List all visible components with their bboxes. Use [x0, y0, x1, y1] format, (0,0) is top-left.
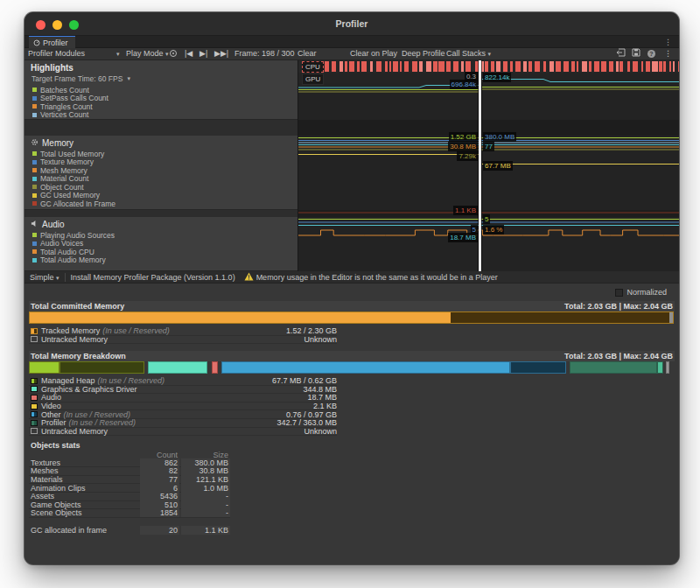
- cpu-frame-bar[interactable]: [385, 61, 388, 72]
- sidebar-item-object-count[interactable]: Object Count: [32, 183, 298, 192]
- module-highlights[interactable]: HighlightsTarget Frame Time: 60 FPS▾Batc…: [24, 60, 298, 120]
- cpu-frame-bar[interactable]: [556, 61, 561, 72]
- sidebar-item-mesh-memory[interactable]: Mesh Memory: [32, 166, 298, 175]
- frame-playhead[interactable]: [479, 60, 481, 271]
- cpu-frame-bar[interactable]: [663, 61, 666, 72]
- cpu-frame-bar[interactable]: [669, 61, 671, 72]
- cpu-frame-bar[interactable]: [577, 61, 578, 72]
- clear-on-play-toggle[interactable]: Clear on Play: [350, 48, 397, 60]
- cpu-frame-bar[interactable]: [571, 61, 575, 72]
- cpu-frame-bar[interactable]: [528, 61, 532, 72]
- chart-canvas[interactable]: CPU GPU 0.3822.14k696.84k1.52 GB380.0 MB…: [298, 60, 679, 271]
- install-memory-profiler-button[interactable]: Install Memory Profiler Package (Version…: [71, 273, 235, 282]
- cpu-frame-bar[interactable]: [370, 61, 373, 72]
- cpu-frame-bar[interactable]: [627, 61, 630, 72]
- cpu-frame-bar[interactable]: [325, 61, 329, 72]
- cpu-frame-bar[interactable]: [523, 61, 527, 72]
- view-mode-dropdown[interactable]: Simple ▾: [30, 273, 60, 282]
- cpu-frame-bar[interactable]: [433, 61, 437, 72]
- sidebar-item-playing-audio-sources[interactable]: Playing Audio Sources: [32, 231, 298, 240]
- sidebar-item-gc-used-memory[interactable]: GC Used Memory: [32, 192, 298, 200]
- cpu-frame-bar[interactable]: [659, 61, 662, 72]
- cpu-frame-bar[interactable]: [389, 61, 391, 72]
- cpu-frame-bar[interactable]: [510, 61, 513, 72]
- normalized-checkbox[interactable]: [615, 289, 623, 297]
- cpu-frame-bar[interactable]: [404, 61, 409, 72]
- cpu-frame-bar[interactable]: [652, 61, 658, 72]
- cpu-frame-bar[interactable]: [345, 61, 347, 72]
- cpu-frame-bar[interactable]: [641, 61, 643, 72]
- cpu-frame-bar[interactable]: [332, 61, 337, 72]
- gpu-chart-chip[interactable]: GPU: [302, 74, 324, 85]
- cpu-frame-bar[interactable]: [400, 61, 402, 72]
- cpu-frame-bar[interactable]: [481, 61, 483, 72]
- sidebar-item-total-audio-cpu[interactable]: Total Audio CPU: [32, 248, 298, 256]
- cpu-frame-bar[interactable]: [357, 61, 360, 72]
- sidebar-item-vertices-count[interactable]: Vertices Count: [32, 111, 298, 120]
- committed-memory-bar[interactable]: [29, 312, 674, 324]
- cpu-frame-bar[interactable]: [349, 61, 354, 72]
- current-frame-button[interactable]: ▶▶|: [214, 48, 228, 60]
- sidebar-item-texture-memory[interactable]: Texture Memory: [32, 158, 298, 167]
- cpu-frame-bar[interactable]: [438, 61, 444, 72]
- sidebar-item-audio-voices[interactable]: Audio Voices: [32, 240, 298, 248]
- cpu-frame-bar[interactable]: [616, 61, 619, 72]
- cpu-frame-bar[interactable]: [393, 61, 398, 72]
- load-profile-icon[interactable]: [615, 48, 626, 60]
- help-icon[interactable]: ?: [648, 48, 655, 60]
- profiler-modules-dropdown[interactable]: Profiler Modules: [28, 48, 85, 60]
- cpu-frame-bar[interactable]: [515, 61, 521, 72]
- sidebar-item-gc-allocated-in-frame[interactable]: GC Allocated In Frame: [32, 200, 298, 208]
- sidebar-item-total-audio-memory[interactable]: Total Audio Memory: [32, 256, 298, 265]
- cpu-frame-bar[interactable]: [609, 61, 613, 72]
- cpu-frame-bar[interactable]: [466, 61, 472, 72]
- sidebar-item-batches-count[interactable]: Batches Count: [32, 86, 298, 94]
- module-memory[interactable]: MemoryTotal Used MemoryTexture MemoryMes…: [24, 136, 298, 210]
- clear-button[interactable]: Clear: [298, 48, 317, 60]
- cpu-frame-bar[interactable]: [340, 61, 344, 72]
- cpu-frame-bar[interactable]: [496, 61, 500, 72]
- deep-profile-toggle[interactable]: Deep Profile: [402, 48, 445, 60]
- cpu-frame-bar[interactable]: [376, 61, 382, 72]
- record-button[interactable]: [170, 48, 177, 60]
- cpu-frame-bar[interactable]: [503, 61, 508, 72]
- tab-profiler[interactable]: Profiler: [29, 36, 75, 48]
- previous-frame-button[interactable]: |◀: [185, 48, 192, 60]
- tab-menu-icon[interactable]: ⋮: [664, 36, 672, 48]
- cpu-frame-bar[interactable]: [673, 61, 675, 72]
- cpu-frame-bar[interactable]: [543, 61, 546, 72]
- play-mode-dropdown[interactable]: Play Mode ▾: [126, 48, 169, 60]
- cpu-frame-bar[interactable]: [594, 61, 600, 72]
- cpu-chart-chip[interactable]: CPU: [302, 61, 324, 73]
- cpu-frame-bar[interactable]: [589, 61, 592, 72]
- cpu-frame-bar[interactable]: [601, 61, 607, 72]
- profiler-modules-chevron-icon[interactable]: ▾: [116, 48, 120, 60]
- cpu-frame-bar[interactable]: [620, 61, 623, 72]
- cpu-frame-bars[interactable]: [325, 61, 679, 72]
- cpu-frame-bar[interactable]: [646, 61, 650, 72]
- normalized-option[interactable]: Normalized: [615, 288, 667, 297]
- cpu-frame-bar[interactable]: [564, 61, 569, 72]
- sidebar-item-setpass-calls-count[interactable]: SetPass Calls Count: [32, 94, 298, 103]
- cpu-frame-bar[interactable]: [412, 61, 417, 72]
- memory-breakdown-bar[interactable]: [29, 361, 674, 374]
- cpu-frame-bar[interactable]: [453, 61, 458, 72]
- call-stacks-dropdown[interactable]: Call Stacks ▾: [446, 48, 491, 60]
- sidebar-item-total-used-memory[interactable]: Total Used Memory: [32, 150, 298, 158]
- cpu-frame-bar[interactable]: [361, 61, 367, 72]
- cpu-frame-bar[interactable]: [426, 61, 431, 72]
- target-frame-time-dropdown[interactable]: Target Frame Time: 60 FPS▾: [24, 73, 298, 84]
- cpu-frame-bar[interactable]: [485, 61, 488, 72]
- cpu-frame-bar[interactable]: [550, 61, 554, 72]
- cpu-frame-bar[interactable]: [491, 61, 494, 72]
- sidebar-item-triangles-count[interactable]: Triangles Count: [32, 102, 298, 111]
- module-audio[interactable]: AudioPlaying Audio SourcesAudio VoicesTo…: [24, 217, 298, 271]
- sidebar-item-material-count[interactable]: Material Count: [32, 175, 298, 184]
- next-frame-button[interactable]: ▶|: [200, 48, 207, 60]
- cpu-frame-bar[interactable]: [678, 61, 679, 72]
- cpu-frame-bar[interactable]: [582, 61, 587, 72]
- cpu-frame-bar[interactable]: [535, 61, 541, 72]
- cpu-frame-bar[interactable]: [419, 61, 423, 72]
- cpu-frame-bar[interactable]: [633, 61, 638, 72]
- cpu-frame-bar[interactable]: [446, 61, 451, 72]
